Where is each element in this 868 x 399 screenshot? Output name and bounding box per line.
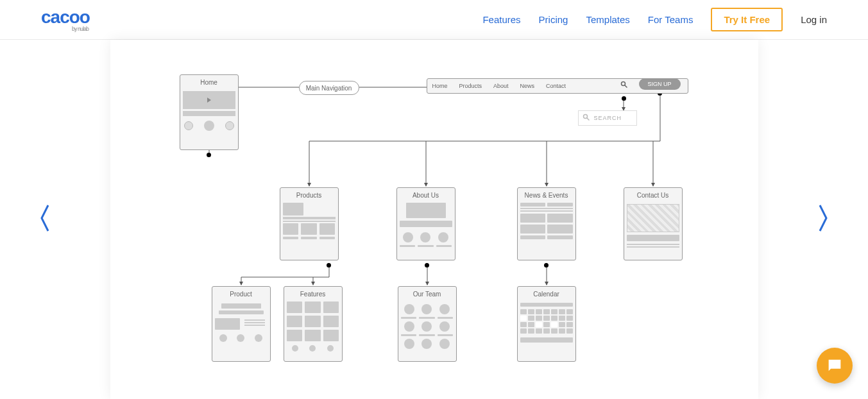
logo-subtext: by nulab [72,26,89,32]
wireframe-title: Home [180,75,238,90]
nav-features[interactable]: Features [482,14,520,25]
chat-widget-button[interactable] [817,348,853,384]
wireframe-title: Calendar [518,287,575,301]
nav-templates[interactable]: Templates [586,14,629,25]
wireframe-product[interactable]: Product [212,286,271,362]
placeholder-bar [183,111,235,116]
wireframe-signup-button[interactable]: SIGN UP [639,78,681,90]
play-icon [183,91,235,109]
carousel-prev-icon [184,121,193,130]
logo-text: cacoo [41,7,90,28]
carousel-next-button[interactable] [817,203,830,236]
top-nav: Features Pricing Templates For Teams Try… [482,8,827,31]
avatar-icon [204,121,214,131]
wireframe-about-us[interactable]: About Us [396,187,455,260]
carousel-prev-button[interactable] [38,203,51,236]
diagram-node [544,263,549,267]
wireframe-title: Product [212,287,270,301]
sitemap-diagram: Home Main Navigation Home Products About… [110,40,758,399]
wireframe-our-team[interactable]: Our Team [398,286,457,362]
wireframe-main-nav-label[interactable]: Main Navigation [299,81,359,95]
try-free-button[interactable]: Try It Free [711,8,783,31]
diagram-node [207,153,211,157]
diagram-node [622,96,626,101]
wireframe-news-events[interactable]: News & Events [517,187,576,260]
search-icon [583,114,590,123]
wireframe-calendar[interactable]: Calendar [517,286,576,362]
site-header: cacoo by nulab Features Pricing Template… [0,0,868,40]
svg-point-18 [583,115,587,119]
chat-icon [826,357,844,375]
wireframe-title: Products [280,188,338,203]
nav-for-teams[interactable]: For Teams [648,14,694,25]
navbar-item: Home [432,83,448,89]
wireframe-features[interactable]: Features [284,286,343,362]
svg-line-17 [624,85,627,88]
wireframe-contact-us[interactable]: Contact Us [624,187,683,260]
search-icon [620,80,628,91]
wireframe-search-box[interactable]: SEARCH [578,110,637,126]
diagram-node [425,263,429,267]
wireframe-products[interactable]: Products [280,187,339,260]
carousel-next-icon [225,121,234,130]
logo[interactable]: cacoo by nulab [41,7,90,32]
login-link[interactable]: Log in [801,14,827,25]
nav-pricing[interactable]: Pricing [539,14,568,25]
wireframe-title: Contact Us [624,188,682,203]
wireframe-title: Our Team [398,287,456,301]
diagram-node [327,263,331,267]
template-carousel: Home Main Navigation Home Products About… [0,40,868,399]
navbar-item: News [520,83,535,89]
wireframe-title: News & Events [518,188,575,203]
svg-point-16 [621,82,625,86]
svg-line-19 [586,118,589,121]
wireframe-home[interactable]: Home [180,74,239,150]
wireframe-title: About Us [397,188,455,203]
navbar-item: Products [459,83,482,89]
navbar-item: Contact [546,83,566,89]
navbar-item: About [493,83,509,89]
wireframe-title: Features [284,287,342,301]
search-placeholder: SEARCH [594,115,622,121]
